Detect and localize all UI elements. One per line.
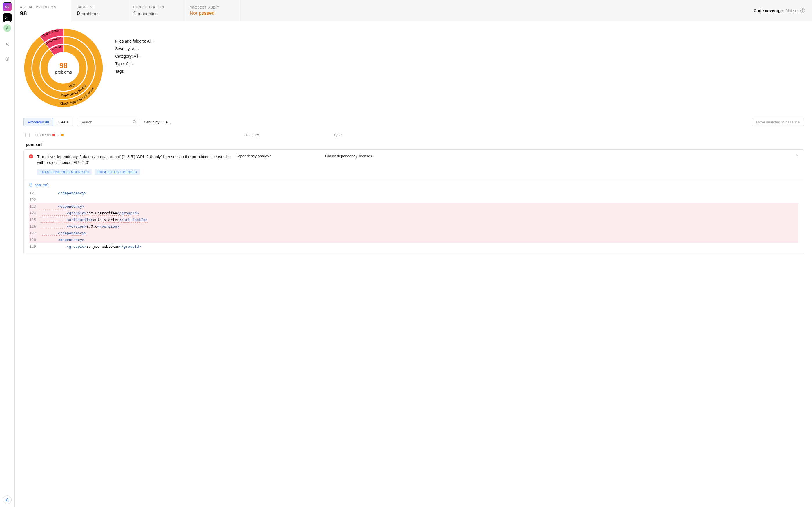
line-text: <version>0.0.6</version> <box>40 224 798 229</box>
code-line: 128 <dependency> <box>29 236 798 243</box>
tab-label: CONFIGURATION <box>133 5 178 9</box>
filters: Files and folders: All⌄ Severity: All⌄ C… <box>115 28 155 73</box>
select-all-checkbox[interactable] <box>25 133 30 137</box>
donut-label: problems <box>55 70 72 74</box>
chevron-down-icon: ⌄ <box>169 120 172 124</box>
issue-header[interactable]: ✕ Transitive dependency: 'jakarta.annota… <box>24 150 804 169</box>
search-icon <box>133 120 137 125</box>
code-line: 127 </dependency> <box>29 230 798 236</box>
line-number: 126 <box>29 224 40 229</box>
tab-baseline[interactable]: BASELINE 0 problems <box>71 0 128 21</box>
line-number: 128 <box>29 237 40 242</box>
tab-configuration[interactable]: CONFIGURATION 1 inspection <box>128 0 185 21</box>
avatar[interactable]: A <box>3 24 11 32</box>
line-text: <groupId>com.ubercoffee</groupId> <box>40 211 798 215</box>
code-coverage: Code coverage: Not set ? <box>747 0 812 21</box>
chevron-down-icon: ⌄ <box>132 62 134 65</box>
group-by[interactable]: Group by: File⌄ <box>144 120 172 124</box>
line-text: </dependency> <box>40 231 798 235</box>
tab-value: 1 inspection <box>133 10 178 17</box>
thumbs-up-icon[interactable] <box>3 495 12 504</box>
tabs: ACTUAL PROBLEMS 98 BASELINE 0 problems C… <box>15 0 812 21</box>
line-number: 122 <box>29 198 40 202</box>
code-line: 123 <dependency> <box>29 203 798 210</box>
severity-dot-red-icon <box>52 134 55 136</box>
subtab-files[interactable]: Files 1 <box>53 118 72 126</box>
file-icon <box>29 183 33 187</box>
qodana-icon[interactable]: QD <box>3 2 12 11</box>
line-number: 125 <box>29 218 40 222</box>
issue-row: ✕ Transitive dependency: 'jakarta.annota… <box>23 150 804 254</box>
line-number: 129 <box>29 244 40 248</box>
svg-point-3 <box>133 120 136 122</box>
line-number: 127 <box>29 231 40 235</box>
chevron-down-icon: ⌄ <box>125 70 127 73</box>
issue-title: Transitive dependency: 'jakarta.annotati… <box>37 154 232 166</box>
tab-value: 0 problems <box>77 10 121 17</box>
code-line: 125 <artifactId>auth-starter</artifactId… <box>29 216 798 223</box>
code-line: 121 </dependency> <box>29 190 798 196</box>
severity-dot-yellow-icon <box>61 134 63 136</box>
tab-label: PROJECT AUDIT <box>190 6 234 9</box>
terminal-icon[interactable]: >_ <box>3 13 12 22</box>
code: 121 </dependency>122123 <dependency>124 … <box>29 190 798 250</box>
sunburst-chart[interactable]: Check dependency licensesDependency anal… <box>23 28 104 108</box>
filter-type[interactable]: Type: All⌄ <box>115 61 155 66</box>
file-group[interactable]: pom.xml <box>23 140 804 150</box>
subtabs: Problems 98 Files 1 <box>23 118 73 126</box>
donut-count: 98 <box>55 61 72 70</box>
move-to-baseline-button[interactable]: Move selected to baseline <box>752 118 804 126</box>
code-line: 126 <version>0.0.6</version> <box>29 223 798 230</box>
search-input[interactable] <box>77 118 140 126</box>
svg-point-0 <box>6 43 8 45</box>
issue-type: Check dependency licenses <box>325 154 372 158</box>
header-problems: Problems <box>35 133 51 137</box>
code-line: 124 <groupId>com.ubercoffee</groupId> <box>29 210 798 216</box>
line-text: <groupId>io.jsonwebtoken</groupId> <box>40 244 798 248</box>
tab-label: ACTUAL PROBLEMS <box>20 5 65 9</box>
line-number: 123 <box>29 204 40 209</box>
tab-label: BASELINE <box>77 5 121 9</box>
line-text: <dependency> <box>40 237 798 242</box>
file-link[interactable]: pom.xml <box>29 183 798 187</box>
filter-severity[interactable]: Severity: All⌄ <box>115 46 155 51</box>
line-text: <dependency> <box>40 204 798 209</box>
header-type: Type <box>334 133 802 137</box>
tab-value: 98 <box>20 10 65 17</box>
line-number: 124 <box>29 211 40 215</box>
filter-files[interactable]: Files and folders: All⌄ <box>115 39 155 44</box>
code-block: pom.xml 121 </dependency>122123 <depende… <box>24 179 804 254</box>
line-text: </dependency> <box>40 191 798 195</box>
line-text: <artifactId>auth-starter</artifactId> <box>40 218 798 222</box>
chevron-up-icon[interactable]: ⌃ <box>795 154 798 158</box>
subtab-problems[interactable]: Problems 98 <box>23 118 53 126</box>
chevron-down-icon: ⌄ <box>153 40 155 43</box>
code-line: 122 <box>29 196 798 203</box>
error-icon: ✕ <box>29 155 33 159</box>
tag[interactable]: TRANSITIVE DEPENDENCIES <box>37 169 92 175</box>
tag[interactable]: PROHIBITED LICENSES <box>95 169 140 175</box>
user-icon[interactable] <box>5 42 10 48</box>
help-icon[interactable]: ? <box>800 8 805 13</box>
chevron-down-icon: ⌄ <box>139 55 142 58</box>
filter-category[interactable]: Category: All⌄ <box>115 54 155 59</box>
tab-actual-problems[interactable]: ACTUAL PROBLEMS 98 <box>15 0 71 21</box>
chevron-down-icon: ⌄ <box>138 47 140 50</box>
tab-project-audit[interactable]: PROJECT AUDIT Not passed <box>185 0 241 21</box>
sidebar: QD >_ A <box>0 0 15 507</box>
filter-tags[interactable]: Tags⌄ <box>115 69 155 73</box>
search <box>77 118 140 126</box>
issue-category: Dependency analysis <box>236 154 321 158</box>
header-category: Category <box>244 133 334 137</box>
line-number: 121 <box>29 191 40 195</box>
arrow-right-icon: → <box>57 133 59 136</box>
code-line: 129 <groupId>io.jsonwebtoken</groupId> <box>29 243 798 250</box>
main: ACTUAL PROBLEMS 98 BASELINE 0 problems C… <box>15 0 812 507</box>
table-header: Problems → Category Type <box>23 130 804 140</box>
help-icon[interactable] <box>5 56 10 62</box>
issue-tags: TRANSITIVE DEPENDENCIES PROHIBITED LICEN… <box>24 169 804 179</box>
tab-value: Not passed <box>190 10 234 16</box>
